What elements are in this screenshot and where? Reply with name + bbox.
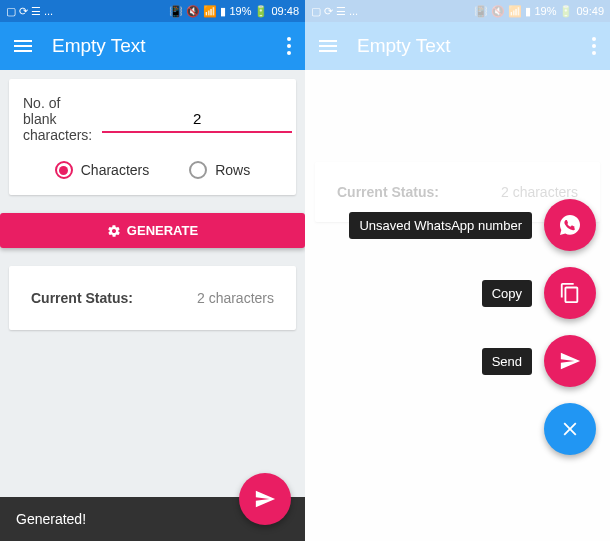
signal-icon: ▮ — [525, 5, 531, 18]
status-icon: ▢ — [311, 5, 321, 18]
status-icon: ☰ — [336, 5, 346, 18]
vibrate-icon: 📳 — [169, 5, 183, 18]
radio-icon — [55, 161, 73, 179]
count-input[interactable] — [102, 106, 292, 133]
app-bar: Empty Text — [305, 22, 610, 70]
close-icon — [559, 418, 581, 440]
status-label: Current Status: — [337, 184, 439, 200]
status-icon: ▢ — [6, 5, 16, 18]
overflow-menu-icon[interactable] — [287, 37, 291, 55]
vibrate-icon: 📳 — [474, 5, 488, 18]
battery-text: 19% — [229, 5, 251, 17]
clock-text: 09:49 — [576, 5, 604, 17]
screen-right: ▢ ⟳ ☰ ... 📳 🔇 📶 ▮ 19% 🔋 09:49 Empty Text… — [305, 0, 610, 541]
app-title: Empty Text — [52, 35, 287, 57]
status-ellipsis: ... — [349, 5, 358, 17]
gear-icon — [107, 224, 121, 238]
radio-label: Characters — [81, 162, 149, 178]
battery-icon: 🔋 — [254, 5, 268, 18]
status-ellipsis: ... — [44, 5, 53, 17]
whatsapp-icon — [544, 199, 596, 251]
battery-text: 19% — [534, 5, 556, 17]
status-icon: ⟳ — [19, 5, 28, 18]
status-bar: ▢ ⟳ ☰ ... 📳 🔇 📶 ▮ 19% 🔋 09:48 — [0, 0, 305, 22]
status-icon: ☰ — [31, 5, 41, 18]
send-icon — [544, 335, 596, 387]
status-label: Current Status: — [31, 290, 133, 306]
signal-icon: ▮ — [220, 5, 226, 18]
fab-item-copy[interactable]: Copy — [482, 267, 596, 319]
status-card: Current Status: 2 characters — [9, 266, 296, 330]
clock-text: 09:48 — [271, 5, 299, 17]
send-fab[interactable] — [239, 473, 291, 525]
status-value: 2 characters — [501, 184, 578, 200]
status-bar: ▢ ⟳ ☰ ... 📳 🔇 📶 ▮ 19% 🔋 09:49 — [305, 0, 610, 22]
status-icon: ⟳ — [324, 5, 333, 18]
send-icon — [254, 488, 276, 510]
status-value: 2 characters — [197, 290, 274, 306]
fab-label: Send — [482, 348, 532, 375]
fab-item-send[interactable]: Send — [482, 335, 596, 387]
fab-label: Unsaved WhatsApp number — [349, 212, 532, 239]
battery-icon: 🔋 — [559, 5, 573, 18]
generate-label: GENERATE — [127, 223, 198, 238]
generate-button[interactable]: GENERATE — [0, 213, 305, 248]
overflow-menu-icon[interactable] — [592, 37, 596, 55]
copy-icon — [544, 267, 596, 319]
radio-rows[interactable]: Rows — [189, 161, 250, 179]
wifi-icon: 📶 — [203, 5, 217, 18]
mute-icon: 🔇 — [491, 5, 505, 18]
snackbar-text: Generated! — [16, 511, 86, 527]
radio-icon — [189, 161, 207, 179]
hamburger-icon[interactable] — [319, 40, 337, 52]
app-title: Empty Text — [357, 35, 592, 57]
radio-characters[interactable]: Characters — [55, 161, 149, 179]
screen-left: ▢ ⟳ ☰ ... 📳 🔇 📶 ▮ 19% 🔋 09:48 Empty Text… — [0, 0, 305, 541]
mute-icon: 🔇 — [186, 5, 200, 18]
fab-item-whatsapp[interactable]: Unsaved WhatsApp number — [349, 199, 596, 251]
input-card: No. of blank characters: Characters Rows — [9, 79, 296, 195]
close-fab[interactable] — [544, 403, 596, 455]
input-label: No. of blank characters: — [23, 95, 92, 143]
hamburger-icon[interactable] — [14, 40, 32, 52]
wifi-icon: 📶 — [508, 5, 522, 18]
radio-label: Rows — [215, 162, 250, 178]
fab-label: Copy — [482, 280, 532, 307]
app-bar: Empty Text — [0, 22, 305, 70]
